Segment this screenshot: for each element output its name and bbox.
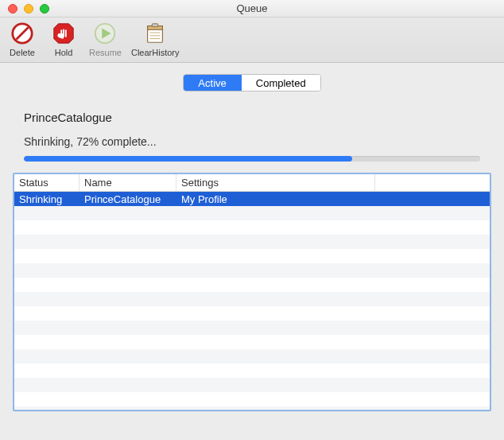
col-header-name[interactable]: Name [79, 174, 176, 191]
job-name: PrinceCatalogue [24, 111, 480, 124]
zoom-window-button[interactable] [40, 4, 49, 14]
hold-icon [51, 21, 76, 46]
clear-history-icon [142, 21, 168, 46]
svg-rect-10 [152, 24, 158, 27]
cell-status: Shrinking [14, 193, 79, 205]
tab-active[interactable]: Active [184, 75, 240, 91]
col-header-extra[interactable] [375, 174, 490, 191]
hold-label: Hold [55, 48, 73, 57]
resume-label: Resume [89, 48, 122, 57]
tab-completed[interactable]: Completed [241, 75, 320, 91]
content-area: Active Completed PrinceCatalogue Shrinki… [0, 63, 504, 424]
delete-label: Delete [10, 48, 35, 57]
jobs-table: Status Name Settings Shrinking PrinceCat… [13, 173, 491, 411]
resume-icon [92, 21, 118, 46]
clear-history-label: ClearHistory [131, 48, 180, 57]
resume-button: Resume [89, 21, 122, 57]
close-window-button[interactable] [8, 4, 17, 14]
clear-history-button[interactable]: ClearHistory [131, 21, 180, 57]
delete-button[interactable]: Delete [6, 21, 38, 57]
window-titlebar: Queue [0, 0, 504, 18]
window-title: Queue [0, 2, 504, 14]
traffic-lights [0, 4, 49, 14]
svg-rect-5 [65, 29, 67, 37]
cell-name: PrinceCatalogue [79, 193, 176, 205]
cell-settings: My Profile [176, 193, 375, 205]
col-header-status[interactable]: Status [14, 174, 79, 191]
minimize-window-button[interactable] [24, 4, 33, 14]
table-header: Status Name Settings [14, 174, 490, 192]
col-header-settings[interactable]: Settings [176, 174, 375, 191]
progress-fill [24, 156, 352, 162]
table-body[interactable]: Shrinking PrinceCatalogue My Profile [14, 192, 490, 410]
hold-button[interactable]: Hold [48, 21, 79, 57]
table-row[interactable]: Shrinking PrinceCatalogue My Profile [14, 192, 490, 206]
job-status-text: Shrinking, 72% complete... [24, 135, 480, 148]
queue-tabs: Active Completed [13, 74, 491, 92]
toolbar: Delete Hold Resume [0, 18, 504, 63]
progress-bar [24, 156, 480, 162]
delete-icon [10, 21, 35, 46]
